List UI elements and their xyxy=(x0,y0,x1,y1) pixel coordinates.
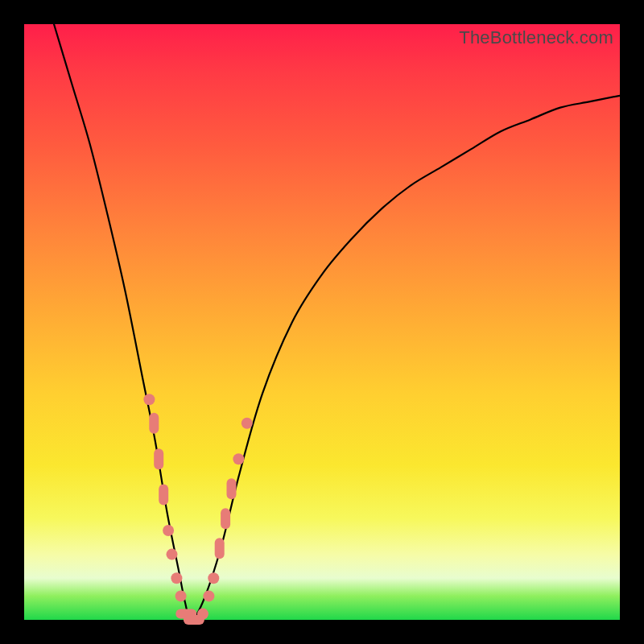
marker-layer xyxy=(143,394,252,625)
curve-marker xyxy=(208,572,219,584)
bottleneck-curve xyxy=(54,24,620,620)
curve-marker xyxy=(143,394,155,405)
curve-marker xyxy=(171,572,182,584)
curve-marker xyxy=(175,590,187,601)
curve-marker xyxy=(203,590,214,601)
chart-svg xyxy=(24,24,620,620)
curve-marker xyxy=(242,418,253,429)
curve-marker xyxy=(221,508,230,529)
curve-marker xyxy=(167,549,178,560)
curve-marker xyxy=(233,453,244,464)
plot-area: TheBottleneck.com xyxy=(24,24,620,620)
curve-marker xyxy=(163,525,174,536)
curve-marker xyxy=(227,478,237,499)
curve-marker xyxy=(149,413,159,434)
curve-marker xyxy=(159,485,168,506)
chart-frame: TheBottleneck.com xyxy=(0,0,644,644)
curve-marker xyxy=(197,609,208,620)
curve-marker xyxy=(215,538,225,559)
curve-marker xyxy=(154,448,163,469)
